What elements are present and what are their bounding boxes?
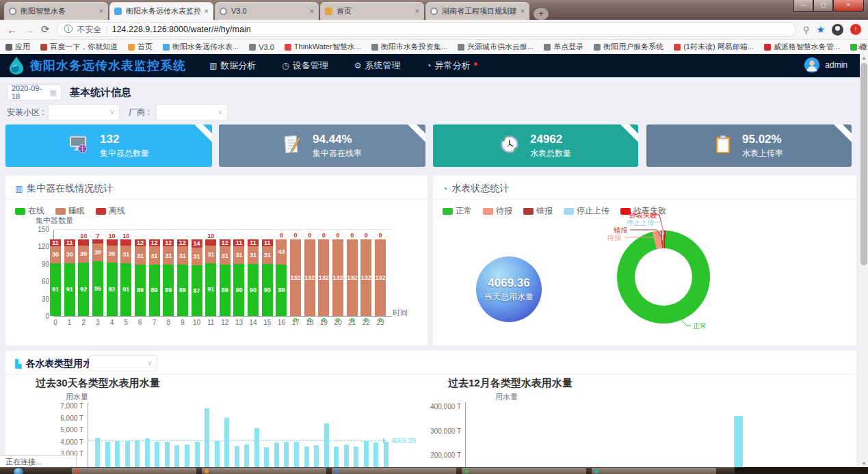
daily-bar[interactable] xyxy=(244,445,249,467)
daily-bar[interactable] xyxy=(373,443,378,467)
daily-bar[interactable] xyxy=(155,442,159,467)
key-icon[interactable]: ⚲ xyxy=(803,25,810,35)
scroll-up-icon[interactable]: ▲ xyxy=(860,55,868,60)
update-icon[interactable]: ↑ xyxy=(850,24,861,35)
daily-bar[interactable] xyxy=(354,447,358,468)
browser-tab[interactable]: 湖南省工程项目规划建设运营助× xyxy=(425,2,529,20)
stat-card-2[interactable]: 94.44%集中器在线率 xyxy=(219,124,425,167)
bar-segment[interactable] xyxy=(92,239,103,243)
bookmark-star-icon[interactable]: ★ xyxy=(816,24,825,35)
maximize-button[interactable]: ▢ xyxy=(813,0,833,12)
url-bar[interactable]: ⓘ 不安全 | 124.228.9.126:8000/water/#/hy/ma… xyxy=(57,22,796,37)
daily-bar[interactable] xyxy=(205,408,209,468)
daily-bar[interactable] xyxy=(195,442,200,468)
scroll-down-icon[interactable]: ▼ xyxy=(860,461,868,466)
daily-bar[interactable] xyxy=(314,445,319,467)
nav-item-设备管理[interactable]: ◷设备管理 xyxy=(282,60,328,72)
daily-bar[interactable] xyxy=(115,441,120,467)
daily-bar[interactable] xyxy=(135,440,140,467)
daily-bar[interactable] xyxy=(235,446,239,467)
bookmark-item[interactable]: 首页 xyxy=(128,42,153,52)
bookmark-item[interactable]: 衡阳市水务投资集... xyxy=(371,42,447,52)
usage-type-select[interactable]: ∨ xyxy=(89,355,157,371)
bar-segment[interactable] xyxy=(78,239,89,245)
daily-bar[interactable] xyxy=(294,442,299,467)
user-box[interactable]: admin xyxy=(804,57,847,73)
daily-bar[interactable] xyxy=(344,445,349,467)
taskbar-window-button[interactable] xyxy=(332,468,456,474)
start-button[interactable] xyxy=(14,468,23,474)
daily-bar[interactable] xyxy=(304,447,309,468)
bar-segment[interactable] xyxy=(107,239,118,245)
daily-bar[interactable] xyxy=(284,442,289,467)
daily-bar[interactable] xyxy=(165,442,170,468)
bookmark-item[interactable]: ThinkWater智慧水... xyxy=(285,42,361,52)
nav-item-异常分析[interactable]: ◔异常分析 xyxy=(427,60,471,72)
bookmark-item[interactable]: 单点登录 xyxy=(544,42,583,52)
daily-bar[interactable] xyxy=(274,443,279,467)
tab-close-icon[interactable]: × xyxy=(521,7,525,15)
tab-close-icon[interactable]: × xyxy=(310,7,314,15)
date-picker[interactable]: 2020-09-18 ▦ xyxy=(7,84,62,101)
stat-card-4[interactable]: 95.02%水表上传率 xyxy=(646,124,852,167)
daily-bar[interactable] xyxy=(145,438,150,467)
daily-bar[interactable] xyxy=(334,447,339,468)
new-tab-button[interactable]: + xyxy=(534,8,549,20)
bookmark-item[interactable]: 百度一下，你就知道 xyxy=(40,42,118,52)
bookmark-label: ThinkWater智慧水... xyxy=(294,42,361,52)
tab-close-icon[interactable]: × xyxy=(205,7,209,15)
daily-bar[interactable] xyxy=(224,418,229,467)
stat-card-3[interactable]: 24962水表总数量 xyxy=(433,124,638,167)
bar-segment[interactable] xyxy=(120,239,131,245)
bookmark-item[interactable]: (1封未读) 网易邮箱... xyxy=(674,42,754,52)
bookmark-item[interactable]: 衡阳用户服务系统 xyxy=(594,42,663,52)
browser-tab[interactable]: 衡阳水务远传水表监控系统× xyxy=(109,2,213,20)
daily-bar[interactable] xyxy=(174,445,179,467)
bookmark-item[interactable]: 威派格智慧水务管... xyxy=(764,42,840,52)
daily-bar[interactable] xyxy=(324,423,329,467)
browser-tab[interactable]: V3.0× xyxy=(215,2,319,20)
bookmark-item[interactable]: 应用 xyxy=(5,42,30,52)
legend-item[interactable]: 离线 xyxy=(96,205,125,217)
bookmark-item[interactable]: V3.0 xyxy=(249,43,274,51)
vendor-select[interactable]: ∨ xyxy=(156,104,228,120)
url-text[interactable]: 124.228.9.126:8000/water/#/hy/main xyxy=(112,25,251,34)
bookmark-item[interactable]: 衡阳水务远传水表... xyxy=(163,42,239,52)
daily-bar[interactable] xyxy=(95,438,100,467)
tab-favicon xyxy=(325,8,332,15)
bookmark-favicon xyxy=(128,44,135,51)
info-icon[interactable]: ⓘ xyxy=(64,23,73,36)
daily-bar[interactable] xyxy=(125,441,130,467)
community-select[interactable]: ∨ xyxy=(48,104,120,120)
daily-bar[interactable] xyxy=(185,445,189,467)
daily-bar[interactable] xyxy=(254,428,259,467)
daily-bar[interactable] xyxy=(105,442,110,467)
minimize-button[interactable]: — xyxy=(793,0,813,12)
nav-item-数据分析[interactable]: ▥数据分析 xyxy=(209,60,256,72)
stat-card-1[interactable]: 132集中器总数量 xyxy=(5,124,212,167)
page-scrollbar[interactable]: ▲ ▼ xyxy=(860,54,868,467)
browser-tab[interactable]: 首页× xyxy=(320,2,424,20)
tab-close-icon[interactable]: × xyxy=(99,7,103,15)
taskbar-window-button[interactable] xyxy=(462,468,586,474)
refresh-button[interactable]: ⟳ xyxy=(41,23,50,36)
daily-bar[interactable] xyxy=(364,441,369,467)
browser-tab[interactable]: 衡阳智慧水务× xyxy=(4,2,108,20)
daily-bar[interactable] xyxy=(264,447,269,467)
x-tick-label: 12 xyxy=(218,319,232,326)
tab-close-icon[interactable]: × xyxy=(415,7,419,15)
profile-icon[interactable] xyxy=(832,24,843,36)
bookmark-item[interactable]: 兴源城市供水云服... xyxy=(458,42,534,52)
taskbar-window-button[interactable] xyxy=(592,468,716,474)
daily-bar[interactable] xyxy=(215,441,220,467)
nav-item-系统管理[interactable]: ⚙系统管理 xyxy=(354,60,401,72)
scrollbar-thumb[interactable] xyxy=(860,63,867,265)
taskbar-window-button[interactable] xyxy=(72,468,196,474)
bar-segment[interactable] xyxy=(205,239,216,245)
close-button[interactable]: × xyxy=(833,0,864,12)
back-button[interactable]: ← xyxy=(7,24,17,36)
monthly-bar[interactable] xyxy=(734,416,743,467)
daily-bar[interactable] xyxy=(384,442,389,467)
bookmarks-overflow-icon[interactable]: » xyxy=(858,42,863,52)
taskbar-window-button[interactable] xyxy=(202,468,326,474)
